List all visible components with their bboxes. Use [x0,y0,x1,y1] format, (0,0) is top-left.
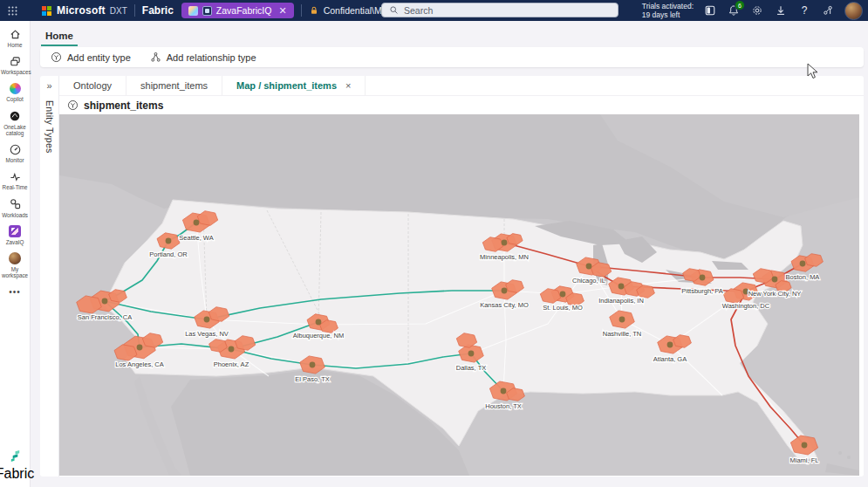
entity-types-panel-title: Entity Types [44,100,55,154]
sidebar-footer-fabric[interactable]: Fabric [0,449,34,482]
brand-name: Microsoft [57,4,106,17]
notifications-bell-icon[interactable]: 6 [727,3,741,17]
city-label: Los Angeles, CA [115,360,163,368]
tab-ontology[interactable]: Ontology [59,76,126,95]
city-label: Miami, FL [790,456,819,464]
city-marker-dot [560,292,566,298]
city-marker-dot [800,261,806,267]
add-relationship-type-button[interactable]: Add relationship type [147,50,260,65]
city-label: Seattle, WA [179,234,213,242]
home-icon [0,27,30,41]
left-nav-rail: Home Workspaces Copilot OneLake catalog [0,21,31,487]
fabric-logo-icon [9,449,22,463]
city-marker-dot [586,264,592,270]
city-label: Boston, MA [786,273,820,281]
monitor-gauge-icon [0,142,30,156]
map-canvas[interactable]: Seattle, WAPortland, ORSan Francisco, CA… [59,114,859,476]
sidebar-item-copilot[interactable]: Copilot [0,81,30,102]
sidebar-item-workloads[interactable]: Workloads [0,197,30,218]
relationship-type-icon [150,51,161,63]
ribbon-tab-strip: Home [31,21,868,46]
city-marker-dot [667,342,673,348]
sidebar-item-onelake-catalog[interactable]: OneLake catalog [0,109,30,136]
city-label: Nashville, TN [603,330,641,338]
entity-types-panel-collapsed: » Entity Types [40,76,59,477]
user-avatar[interactable] [844,2,863,20]
entity-type-icon [67,99,79,111]
main-content: Home Add entity type Add relationship ty… [31,21,868,487]
search-icon [389,5,399,15]
top-bar: Microsoft DXT Fabric ZavaFabricIQ ✕ Conf… [0,0,868,21]
search-input[interactable]: Search [381,3,619,17]
city-label: Portland, OR [149,250,188,258]
tab-home[interactable]: Home [41,28,78,46]
city-label: Las Vegas, NV [185,330,229,338]
app-launcher-icon[interactable] [2,0,23,21]
workspace-pill-label: ZavaFabricIQ [216,5,272,16]
workspace-pill-close-icon[interactable]: ✕ [278,5,286,17]
city-marker-dot [772,277,778,283]
city-marker-dot [194,220,200,226]
city-label: Indianapolis, IN [598,297,644,305]
city-marker-dot [502,288,508,294]
city-label: El Paso, TX [295,375,329,383]
divider [134,4,135,17]
city-label: Pittsburgh, PA [681,287,722,295]
toolbar: Add entity type Add relationship type [40,47,864,67]
sidebar-item-workspaces[interactable]: Workspaces [0,54,30,75]
city-marker-dot [229,346,235,353]
document-tabs: Ontology shipment_items Map / shipment_i… [59,76,864,96]
add-entity-type-button[interactable]: Add entity type [47,50,134,65]
city-label: Phoenix, AZ [214,360,249,368]
settings-gear-icon[interactable] [750,3,764,17]
city-label: Minneapolis, MN [480,253,529,261]
product-name: Fabric [142,4,174,17]
city-marker-dot [137,345,143,351]
map-document-card: Ontology shipment_items Map / shipment_i… [59,76,864,477]
tab-shipment-items[interactable]: shipment_items [126,76,222,95]
search-placeholder: Search [404,5,433,16]
zava-sparkle-icon [188,6,198,16]
city-label: Washington, DC [722,302,770,310]
feedback-share-icon[interactable] [821,3,835,17]
download-icon[interactable] [774,3,788,17]
city-label: Dallas, TX [456,364,486,372]
city-marker-dot [619,284,625,290]
city-label: Chicago, IL [572,277,605,285]
page-title: shipment_items [84,99,163,112]
city-marker-dot [166,238,172,244]
side-panel-toggle-icon[interactable] [703,3,717,17]
realtime-pulse-icon [0,169,30,183]
zava-app-icon [202,6,212,16]
city-marker-dot [102,298,108,305]
city-label: San Francisco, CA [78,313,133,321]
city-marker-dot [316,319,322,326]
sidebar-item-more[interactable]: ••• [0,285,30,299]
city-label: Atlanta, GA [653,355,687,363]
sidebar-item-home[interactable]: Home [0,27,30,48]
sidebar-item-real-time[interactable]: Real-Time [0,169,30,190]
my-workspace-avatar [0,251,30,265]
workspace-pill[interactable]: ZavaFabricIQ ✕ [181,3,294,18]
city-marker-dot [468,351,475,357]
notifications-badge: 6 [735,0,745,10]
city-marker-dot [310,362,316,368]
lock-icon [309,5,319,16]
close-tab-icon[interactable]: × [345,80,351,91]
zavaiq-icon [0,224,30,238]
sidebar-item-zavaiq[interactable]: ZavaIQ [0,224,30,245]
city-label: St. Louis, MO [543,304,583,312]
microsoft-logo [42,6,51,16]
help-icon[interactable]: ? [797,3,811,17]
city-marker-dot [204,317,210,323]
onelake-icon [0,109,30,123]
map-title-row: shipment_items [59,96,864,114]
expand-panel-icon[interactable]: » [46,80,51,91]
city-marker-dot [501,388,507,394]
workloads-icon [0,197,30,211]
sidebar-item-my-workspace[interactable]: My workspace [0,251,30,278]
city-marker-dot [802,442,808,449]
tab-map-shipment-items[interactable]: Map / shipment_items × [222,76,366,95]
sidebar-item-monitor[interactable]: Monitor [0,142,30,163]
trials-status: Trials activated: 19 days left [642,2,694,19]
